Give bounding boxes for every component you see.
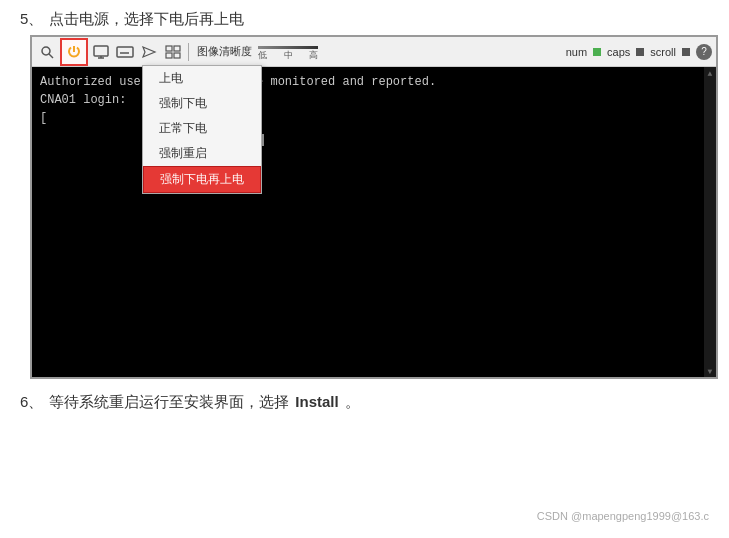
svg-line-1 xyxy=(49,54,53,58)
menu-item-force-reboot[interactable]: 强制下电再上电 xyxy=(143,166,261,193)
svg-rect-14 xyxy=(166,53,172,58)
watermark: CSDN @mapengpeng1999@163.c xyxy=(537,506,709,524)
step-5-label: 5、 点击电源，选择下电后再上电 xyxy=(20,10,709,29)
svg-marker-11 xyxy=(143,47,155,57)
page-container: 5、 点击电源，选择下电后再上电 xyxy=(0,0,729,538)
svg-rect-13 xyxy=(174,46,180,51)
step-5-number: 5、 xyxy=(20,10,43,29)
screen-line-4 xyxy=(40,131,708,149)
scroll-up-arrow[interactable]: ▲ xyxy=(704,67,716,79)
toolbar-right: num caps scroll ? xyxy=(566,44,712,60)
svg-rect-12 xyxy=(166,46,172,51)
step-6: 6、 等待系统重启运行至安装界面，选择 Install 。 xyxy=(20,393,709,412)
menu-item-power-on[interactable]: 上电 xyxy=(143,66,261,91)
menu-item-normal-power-off[interactable]: 正常下电 xyxy=(143,116,261,141)
vm-toolbar: 图像清晰度 低 中 高 num caps xyxy=(32,37,716,67)
clarity-mid: 中 xyxy=(284,49,293,62)
clarity-slider: 低 中 高 xyxy=(258,42,318,62)
monitor-icon[interactable] xyxy=(90,41,112,63)
num-label: num xyxy=(566,46,587,58)
caps-label: caps xyxy=(607,46,630,58)
svg-point-0 xyxy=(42,47,50,55)
power-button-wrapper xyxy=(60,38,88,66)
vm-scrollbar[interactable]: ▲ ▼ xyxy=(704,67,716,377)
dropdown-menu: 上电 强制下电 正常下电 强制重启 强制下电再上电 xyxy=(142,65,262,194)
screen-line-1: Authorized use ctivities may be monitore… xyxy=(40,73,708,91)
step-6-highlight: Install xyxy=(295,393,338,410)
screen-line-3: [ xyxy=(40,109,708,127)
step-6-number: 6、 xyxy=(20,393,43,412)
keyboard-icon[interactable] xyxy=(114,41,136,63)
image-clarity-label: 图像清晰度 xyxy=(197,44,252,59)
caps-indicator xyxy=(636,48,644,56)
num-indicator xyxy=(593,48,601,56)
toolbar-separator-1 xyxy=(188,43,189,61)
clarity-low: 低 xyxy=(258,49,267,62)
step-6-punctuation: 。 xyxy=(345,393,360,412)
scroll-label: scroll xyxy=(650,46,676,58)
vm-window: 图像清晰度 低 中 高 num caps xyxy=(30,35,718,379)
svg-rect-5 xyxy=(117,47,133,57)
grid-icon[interactable] xyxy=(162,41,184,63)
step-5: 5、 点击电源，选择下电后再上电 xyxy=(20,10,709,379)
menu-item-force-power-off[interactable]: 强制下电 xyxy=(143,91,261,116)
clarity-high: 高 xyxy=(309,49,318,62)
svg-rect-2 xyxy=(94,46,108,56)
screen-line-2: CNA01 login: xyxy=(40,91,708,109)
menu-item-force-restart[interactable]: 强制重启 xyxy=(143,141,261,166)
step-6-text: 等待系统重启运行至安装界面，选择 xyxy=(49,393,289,412)
scroll-down-arrow[interactable]: ▼ xyxy=(704,365,716,377)
step-5-text: 点击电源，选择下电后再上电 xyxy=(49,10,244,29)
send-icon[interactable] xyxy=(138,41,160,63)
scroll-indicator xyxy=(682,48,690,56)
vm-screen[interactable]: Authorized use ctivities may be monitore… xyxy=(32,67,716,377)
svg-rect-15 xyxy=(174,53,180,58)
vm-screen-text: Authorized use ctivities may be monitore… xyxy=(40,73,708,149)
help-icon[interactable]: ? xyxy=(696,44,712,60)
search-icon[interactable] xyxy=(36,41,58,63)
power-icon[interactable] xyxy=(63,41,85,63)
